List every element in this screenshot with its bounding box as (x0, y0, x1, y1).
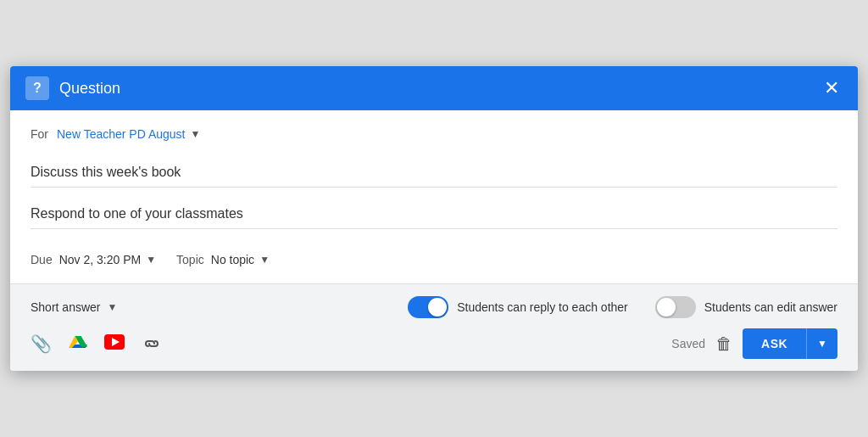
answer-type-dropdown[interactable]: Short answer ▼ (31, 300, 117, 314)
drive-icon[interactable] (69, 333, 87, 355)
topic-label: Topic (176, 253, 204, 266)
reply-toggle-label: Students can reply to each other (457, 300, 628, 314)
ask-button[interactable]: ASK (743, 328, 806, 359)
question-description-input[interactable] (31, 199, 837, 229)
topic-item: Topic No topic ▼ (176, 253, 270, 266)
question-icon: ? (25, 76, 49, 100)
class-name: New Teacher PD August (57, 127, 186, 141)
footer-actions: Saved 🗑 ASK ▼ (671, 328, 837, 359)
ask-chevron-button[interactable]: ▼ (806, 328, 837, 359)
edit-toggle-item: Students can edit answer (655, 296, 837, 318)
edit-toggle[interactable] (655, 296, 696, 318)
question-title-input[interactable] (31, 158, 837, 188)
reply-toggle-thumb (428, 298, 447, 317)
topic-value: No topic (211, 253, 254, 266)
paperclip-icon[interactable]: 📎 (31, 333, 52, 354)
question-dialog: ? Question ✕ For New Teacher PD August ▼… (10, 66, 858, 371)
toggle-group: Students can reply to each other Student… (408, 296, 837, 318)
class-dropdown[interactable]: New Teacher PD August ▼ (57, 127, 200, 141)
close-button[interactable]: ✕ (821, 76, 843, 101)
due-chevron-icon: ▼ (146, 254, 156, 266)
due-dropdown[interactable]: Nov 2, 3:20 PM ▼ (59, 253, 156, 266)
due-item: Due Nov 2, 3:20 PM ▼ (31, 253, 156, 266)
reply-toggle[interactable] (408, 296, 448, 318)
due-value: Nov 2, 3:20 PM (59, 253, 142, 266)
topic-dropdown[interactable]: No topic ▼ (211, 253, 270, 266)
answer-type-label: Short answer (31, 300, 100, 314)
due-label: Due (31, 253, 53, 266)
trash-icon[interactable]: 🗑 (715, 334, 732, 354)
attachment-icons: 📎 (31, 333, 162, 355)
youtube-icon[interactable] (104, 334, 125, 354)
edit-toggle-thumb (657, 298, 676, 317)
dialog-title: Question (59, 80, 120, 98)
edit-toggle-label: Students can edit answer (704, 300, 837, 314)
header-left: ? Question (25, 76, 120, 100)
saved-label: Saved (671, 337, 705, 350)
dialog-header: ? Question ✕ (10, 66, 858, 110)
link-icon[interactable] (142, 334, 162, 354)
for-label: For (31, 127, 48, 141)
dialog-footer: Short answer ▼ Students can reply to eac… (10, 284, 858, 371)
reply-toggle-item: Students can reply to each other (408, 296, 628, 318)
for-row: For New Teacher PD August ▼ (31, 127, 837, 141)
dialog-body: For New Teacher PD August ▼ Due Nov 2, 3… (10, 110, 858, 283)
meta-row: Due Nov 2, 3:20 PM ▼ Topic No topic ▼ (31, 241, 837, 283)
class-dropdown-chevron-icon: ▼ (191, 128, 201, 140)
topic-chevron-icon: ▼ (259, 254, 270, 266)
footer-top: Short answer ▼ Students can reply to eac… (31, 296, 837, 318)
ask-btn-group: ASK ▼ (743, 328, 837, 359)
answer-type-chevron-icon: ▼ (107, 301, 117, 313)
